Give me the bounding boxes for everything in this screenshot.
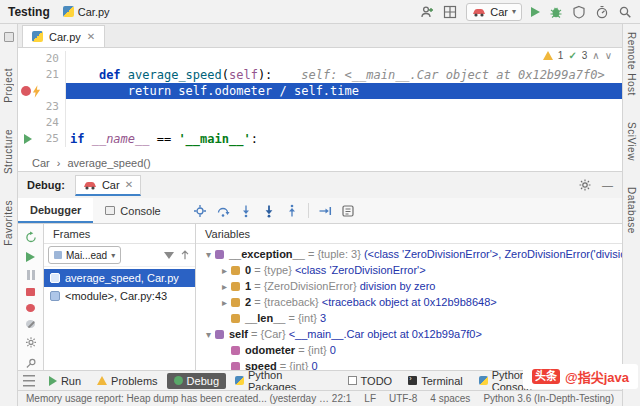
run-button[interactable] <box>531 7 540 17</box>
sidebar-item-structure[interactable]: Structure <box>3 129 14 174</box>
code-text[interactable]: return self.odometer / self.time <box>66 83 622 99</box>
show-execution-point-icon[interactable] <box>193 204 207 218</box>
tree-toggle-icon[interactable]: ▾ <box>202 249 215 260</box>
code-text[interactable]: def average_speed(self): self: <__main__… <box>66 67 622 83</box>
variable-row[interactable]: __len__ = {int} 3 <box>196 310 622 326</box>
resume-program-icon[interactable] <box>26 252 35 262</box>
thread-selector[interactable]: Mai...ead ▾ <box>48 246 121 264</box>
code-line[interactable]: return self.odometer / self.time <box>18 83 622 99</box>
frame-label: average_speed, Car.py <box>65 272 179 284</box>
variable-row[interactable]: ▾self = {Car} <__main__.Car object at 0x… <box>196 326 622 342</box>
coverage-icon[interactable] <box>572 5 586 19</box>
code-line[interactable]: 21 def average_speed(self): self: <__mai… <box>18 67 622 83</box>
toolwindow-switcher-icon[interactable] <box>23 375 35 387</box>
execution-point-bolt-icon <box>32 85 41 98</box>
editor-gutter: 24 <box>18 115 66 131</box>
share-user-icon[interactable] <box>420 5 434 19</box>
toolwindow-button-debug[interactable]: Debug <box>167 373 226 389</box>
rerun-icon[interactable] <box>24 231 38 244</box>
toolwindow-button-todo[interactable]: TODO <box>341 373 400 389</box>
code-text[interactable]: if __name__ == '__main__': <box>66 131 622 147</box>
tree-toggle-icon[interactable]: ▸ <box>218 281 231 292</box>
tab-console[interactable]: Console <box>93 198 172 223</box>
status-item[interactable]: 22:1 <box>332 393 351 404</box>
debug-session-tab[interactable]: Car ✕ <box>75 175 141 196</box>
tree-toggle-icon[interactable]: ▸ <box>218 265 231 276</box>
code-text[interactable] <box>66 51 622 67</box>
profiler-icon[interactable] <box>595 5 609 19</box>
search-everywhere-icon[interactable] <box>618 5 632 19</box>
view-breakpoints-icon[interactable] <box>26 304 35 312</box>
frame-row[interactable]: average_speed, Car.py <box>44 269 195 287</box>
variable-value: (<class 'ZeroDivisionError'>, ZeroDivisi… <box>364 248 622 260</box>
close-session-icon[interactable]: ✕ <box>125 179 133 190</box>
step-out-icon[interactable] <box>285 204 299 218</box>
tab-debugger[interactable]: Debugger <box>18 198 93 223</box>
next-issue-icon[interactable]: ∨ <box>605 50 612 61</box>
code-line[interactable]: 23 <box>18 99 622 115</box>
pause-icon[interactable] <box>27 270 35 280</box>
editor-gutter: 20 <box>18 51 66 67</box>
hide-frames-filter-icon[interactable] <box>164 252 174 259</box>
prev-issue-icon[interactable]: ∧ <box>592 50 599 61</box>
code-line[interactable]: 20 <box>18 51 622 67</box>
sidebar-item-database[interactable]: Database <box>626 187 637 234</box>
line-number: 24 <box>44 115 65 131</box>
status-item[interactable]: LF <box>364 393 376 404</box>
tree-toggle-icon[interactable]: ▸ <box>218 297 231 308</box>
breadcrumb-class[interactable]: Car <box>32 157 50 169</box>
run-configuration-select[interactable]: Car ▾ <box>466 3 522 21</box>
python-file-icon <box>32 31 43 42</box>
run-line-icon[interactable] <box>24 134 32 144</box>
status-message[interactable]: Memory usage report: Heap dump has been … <box>26 393 332 404</box>
equals-sign: = <box>251 280 264 292</box>
status-item[interactable]: 4 spaces <box>430 393 470 404</box>
code-line[interactable]: 25if __name__ == '__main__': <box>18 131 622 147</box>
variable-row[interactable]: ▸2 = {traceback} <traceback object at 0x… <box>196 294 622 310</box>
variable-row[interactable]: ▸1 = {ZeroDivisionError} division by zer… <box>196 278 622 294</box>
toolwindow-button-run[interactable]: Run <box>42 373 88 389</box>
variable-icon <box>231 282 240 291</box>
settings-gear-icon[interactable] <box>578 178 592 192</box>
sidebar-item-favorites[interactable]: Favorites <box>3 200 14 246</box>
variable-row[interactable]: odometer = {int} 0 <box>196 342 622 358</box>
settings-gear-icon[interactable] <box>24 336 38 349</box>
toolwindow-button-problems[interactable]: Problems <box>90 373 164 389</box>
inspections-widget[interactable]: 1 ✓ 3 ∧ ∨ <box>541 49 614 62</box>
code-text[interactable] <box>66 115 622 131</box>
pin-icon[interactable] <box>24 357 38 370</box>
variable-row[interactable]: ▸0 = {type} <class 'ZeroDivisionError'> <box>196 262 622 278</box>
variable-row[interactable]: ▾__exception__ = {tuple: 3} (<class 'Zer… <box>196 246 622 262</box>
editor-tab-carpy[interactable]: Car.py ✕ <box>22 25 105 47</box>
step-into-icon[interactable] <box>239 204 253 218</box>
code-editor[interactable]: 2021 def average_speed(self): self: <__m… <box>18 48 622 154</box>
toolwindow-button-label: Debug <box>187 375 219 387</box>
pycharm-window: Testing Car.py Car ▾ Project Structure <box>0 0 640 406</box>
code-line[interactable]: 24 <box>18 115 622 131</box>
sidebar-item-remote-host[interactable]: Remote Host <box>626 32 637 96</box>
sidebar-item-project[interactable]: Project <box>3 68 14 103</box>
breadcrumb-method[interactable]: average_speed() <box>67 157 150 169</box>
stop-icon[interactable] <box>26 288 35 296</box>
step-over-icon[interactable] <box>216 204 230 218</box>
status-item[interactable]: UTF-8 <box>389 393 417 404</box>
close-tab-icon[interactable]: ✕ <box>87 31 95 42</box>
mute-breakpoints-icon[interactable] <box>26 320 35 328</box>
project-tool-icon[interactable] <box>4 32 14 42</box>
step-into-my-code-icon[interactable] <box>262 204 276 218</box>
frame-row[interactable]: <module>, Car.py:43 <box>44 287 195 305</box>
evaluate-expression-icon[interactable] <box>341 204 355 218</box>
code-text[interactable] <box>66 99 622 115</box>
file-breadcrumb[interactable]: Car.py <box>63 6 110 18</box>
debug-bug-button[interactable] <box>549 5 563 19</box>
toolwindow-button-terminal[interactable]: Terminal <box>401 373 470 389</box>
minimize-icon[interactable]: — <box>602 179 613 191</box>
breakpoint-icon[interactable] <box>21 86 31 96</box>
layout-grid-icon[interactable] <box>443 5 457 19</box>
run-to-cursor-icon[interactable] <box>318 204 332 218</box>
tree-toggle-icon[interactable]: ▾ <box>202 329 215 340</box>
status-item[interactable]: Python 3.6 (In-Depth-Testing) <box>483 393 614 404</box>
thread-row: Mai...ead ▾ <box>44 244 195 267</box>
previous-frame-icon[interactable] <box>179 249 191 261</box>
sidebar-item-sciview[interactable]: SciView <box>626 122 637 161</box>
